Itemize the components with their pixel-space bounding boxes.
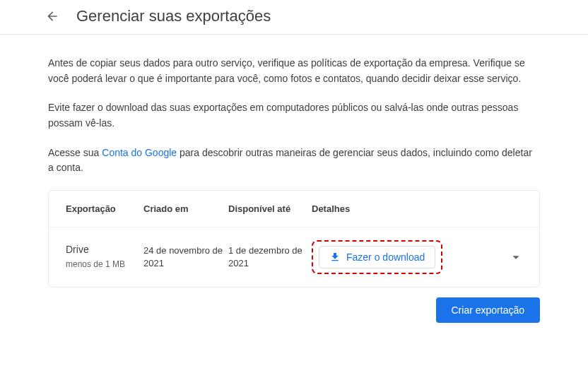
- chevron-down-icon: [508, 249, 524, 265]
- create-export-button[interactable]: Criar exportação: [436, 297, 541, 323]
- col-header-available: Disponível até: [228, 203, 312, 214]
- export-size: menos de 1 MB: [66, 259, 143, 271]
- cell-available: 1 de dezembro de 2021: [228, 244, 312, 270]
- actions-bar: Criar exportação: [48, 297, 540, 323]
- download-icon: [329, 251, 341, 263]
- col-header-created: Criado em: [143, 203, 228, 214]
- google-account-link[interactable]: Conta do Google: [102, 147, 177, 158]
- table-row: Drive menos de 1 MB 24 de novembro de 20…: [49, 227, 539, 287]
- download-highlight: Fazer o download: [312, 240, 442, 274]
- exports-table-header: Exportação Criado em Disponível até Deta…: [49, 191, 539, 227]
- expand-button[interactable]: [505, 247, 527, 268]
- cell-details: Fazer o download: [312, 240, 453, 274]
- page-header: Gerenciar suas exportações: [0, 0, 588, 35]
- exports-panel: Exportação Criado em Disponível até Deta…: [48, 190, 540, 288]
- download-button[interactable]: Fazer o download: [319, 246, 435, 268]
- download-label: Fazer o download: [346, 251, 425, 263]
- intro-paragraph-2: Evite fazer o download das suas exportaç…: [48, 100, 540, 131]
- intro-paragraph-1: Antes de copiar seus dados para outro se…: [48, 56, 540, 86]
- col-header-export: Exportação: [66, 203, 143, 214]
- page-title: Gerenciar suas exportações: [76, 7, 271, 25]
- intro-text-3a: Acesse sua: [48, 147, 102, 158]
- export-name: Drive: [66, 244, 143, 255]
- main-content: Antes de copiar seus dados para outro se…: [0, 35, 588, 323]
- cell-export: Drive menos de 1 MB: [66, 244, 143, 271]
- back-arrow-icon[interactable]: [44, 8, 61, 25]
- intro-paragraph-3: Acesse sua Conta do Google para descobri…: [48, 146, 540, 176]
- cell-created: 24 de novembro de 2021: [143, 244, 228, 270]
- col-header-details: Detalhes: [312, 203, 453, 214]
